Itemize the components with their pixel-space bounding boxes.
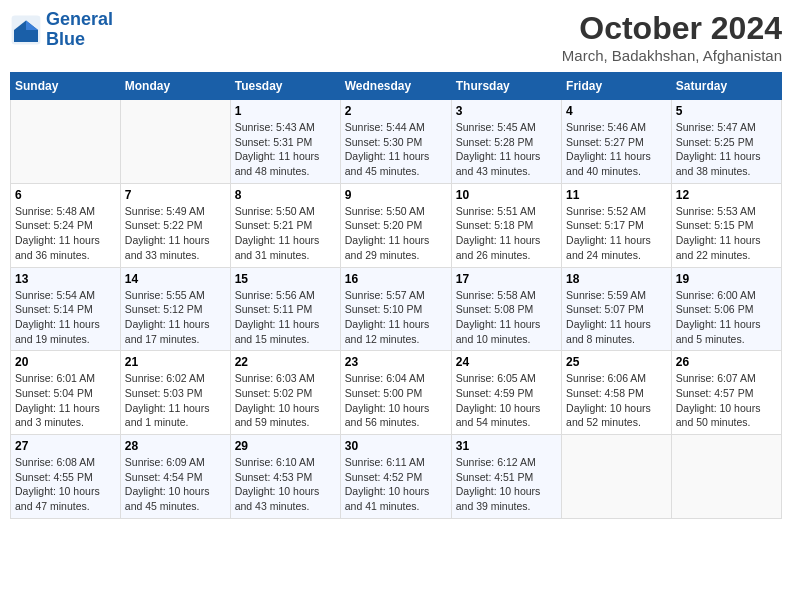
calendar-cell: 23 Sunrise: 6:04 AM Sunset: 5:00 PM Dayl… [340,351,451,435]
day-number: 20 [15,355,116,369]
cell-content: Sunrise: 5:52 AM Sunset: 5:17 PM Dayligh… [566,204,667,263]
daylight-text: Daylight: 11 hours and 10 minutes. [456,317,557,346]
calendar-cell: 14 Sunrise: 5:55 AM Sunset: 5:12 PM Dayl… [120,267,230,351]
sunrise-text: Sunrise: 5:51 AM [456,204,557,219]
calendar-cell: 16 Sunrise: 5:57 AM Sunset: 5:10 PM Dayl… [340,267,451,351]
cell-content: Sunrise: 6:10 AM Sunset: 4:53 PM Dayligh… [235,455,336,514]
cell-content: Sunrise: 6:12 AM Sunset: 4:51 PM Dayligh… [456,455,557,514]
daylight-text: Daylight: 11 hours and 45 minutes. [345,149,447,178]
sunset-text: Sunset: 4:51 PM [456,470,557,485]
sunrise-text: Sunrise: 6:07 AM [676,371,777,386]
sunset-text: Sunset: 4:58 PM [566,386,667,401]
sunset-text: Sunset: 5:14 PM [15,302,116,317]
day-header-sunday: Sunday [11,73,121,100]
sunrise-text: Sunrise: 6:01 AM [15,371,116,386]
daylight-text: Daylight: 11 hours and 1 minute. [125,401,226,430]
page-header: General Blue October 2024 March, Badakhs… [10,10,782,64]
month-title: October 2024 [562,10,782,47]
cell-content: Sunrise: 6:00 AM Sunset: 5:06 PM Dayligh… [676,288,777,347]
sunrise-text: Sunrise: 6:04 AM [345,371,447,386]
daylight-text: Daylight: 11 hours and 12 minutes. [345,317,447,346]
sunrise-text: Sunrise: 5:47 AM [676,120,777,135]
cell-content: Sunrise: 6:02 AM Sunset: 5:03 PM Dayligh… [125,371,226,430]
day-number: 16 [345,272,447,286]
sunset-text: Sunset: 5:00 PM [345,386,447,401]
calendar-cell: 13 Sunrise: 5:54 AM Sunset: 5:14 PM Dayl… [11,267,121,351]
calendar-cell: 10 Sunrise: 5:51 AM Sunset: 5:18 PM Dayl… [451,183,561,267]
sunset-text: Sunset: 5:25 PM [676,135,777,150]
daylight-text: Daylight: 11 hours and 40 minutes. [566,149,667,178]
cell-content: Sunrise: 5:49 AM Sunset: 5:22 PM Dayligh… [125,204,226,263]
daylight-text: Daylight: 10 hours and 54 minutes. [456,401,557,430]
cell-content: Sunrise: 5:55 AM Sunset: 5:12 PM Dayligh… [125,288,226,347]
calendar-cell: 19 Sunrise: 6:00 AM Sunset: 5:06 PM Dayl… [671,267,781,351]
day-number: 19 [676,272,777,286]
week-row-3: 13 Sunrise: 5:54 AM Sunset: 5:14 PM Dayl… [11,267,782,351]
cell-content: Sunrise: 5:57 AM Sunset: 5:10 PM Dayligh… [345,288,447,347]
cell-content: Sunrise: 5:58 AM Sunset: 5:08 PM Dayligh… [456,288,557,347]
sunrise-text: Sunrise: 5:49 AM [125,204,226,219]
cell-content: Sunrise: 6:01 AM Sunset: 5:04 PM Dayligh… [15,371,116,430]
sunset-text: Sunset: 4:57 PM [676,386,777,401]
week-row-2: 6 Sunrise: 5:48 AM Sunset: 5:24 PM Dayli… [11,183,782,267]
calendar-cell: 9 Sunrise: 5:50 AM Sunset: 5:20 PM Dayli… [340,183,451,267]
day-number: 18 [566,272,667,286]
calendar-cell: 20 Sunrise: 6:01 AM Sunset: 5:04 PM Dayl… [11,351,121,435]
sunset-text: Sunset: 5:02 PM [235,386,336,401]
sunset-text: Sunset: 4:54 PM [125,470,226,485]
day-number: 7 [125,188,226,202]
sunrise-text: Sunrise: 5:50 AM [345,204,447,219]
sunrise-text: Sunrise: 5:52 AM [566,204,667,219]
day-number: 4 [566,104,667,118]
sunset-text: Sunset: 5:08 PM [456,302,557,317]
daylight-text: Daylight: 11 hours and 17 minutes. [125,317,226,346]
calendar-cell: 24 Sunrise: 6:05 AM Sunset: 4:59 PM Dayl… [451,351,561,435]
day-header-tuesday: Tuesday [230,73,340,100]
location-subtitle: March, Badakhshan, Afghanistan [562,47,782,64]
logo: General Blue [10,10,113,50]
day-number: 14 [125,272,226,286]
cell-content: Sunrise: 6:04 AM Sunset: 5:00 PM Dayligh… [345,371,447,430]
sunset-text: Sunset: 5:17 PM [566,218,667,233]
calendar-cell: 7 Sunrise: 5:49 AM Sunset: 5:22 PM Dayli… [120,183,230,267]
day-number: 12 [676,188,777,202]
sunrise-text: Sunrise: 6:12 AM [456,455,557,470]
header-row: SundayMondayTuesdayWednesdayThursdayFrid… [11,73,782,100]
daylight-text: Daylight: 11 hours and 36 minutes. [15,233,116,262]
calendar-cell: 18 Sunrise: 5:59 AM Sunset: 5:07 PM Dayl… [562,267,672,351]
calendar-cell: 26 Sunrise: 6:07 AM Sunset: 4:57 PM Dayl… [671,351,781,435]
daylight-text: Daylight: 11 hours and 3 minutes. [15,401,116,430]
day-number: 8 [235,188,336,202]
calendar-cell: 22 Sunrise: 6:03 AM Sunset: 5:02 PM Dayl… [230,351,340,435]
cell-content: Sunrise: 5:51 AM Sunset: 5:18 PM Dayligh… [456,204,557,263]
day-number: 2 [345,104,447,118]
sunset-text: Sunset: 4:59 PM [456,386,557,401]
day-number: 6 [15,188,116,202]
day-header-saturday: Saturday [671,73,781,100]
cell-content: Sunrise: 5:53 AM Sunset: 5:15 PM Dayligh… [676,204,777,263]
cell-content: Sunrise: 5:45 AM Sunset: 5:28 PM Dayligh… [456,120,557,179]
day-number: 23 [345,355,447,369]
calendar-cell [11,100,121,184]
daylight-text: Daylight: 10 hours and 43 minutes. [235,484,336,513]
week-row-5: 27 Sunrise: 6:08 AM Sunset: 4:55 PM Dayl… [11,435,782,519]
day-number: 28 [125,439,226,453]
day-number: 24 [456,355,557,369]
sunrise-text: Sunrise: 5:48 AM [15,204,116,219]
day-number: 30 [345,439,447,453]
calendar-cell: 11 Sunrise: 5:52 AM Sunset: 5:17 PM Dayl… [562,183,672,267]
daylight-text: Daylight: 10 hours and 41 minutes. [345,484,447,513]
cell-content: Sunrise: 5:59 AM Sunset: 5:07 PM Dayligh… [566,288,667,347]
daylight-text: Daylight: 11 hours and 24 minutes. [566,233,667,262]
sunrise-text: Sunrise: 5:46 AM [566,120,667,135]
week-row-4: 20 Sunrise: 6:01 AM Sunset: 5:04 PM Dayl… [11,351,782,435]
calendar-cell: 17 Sunrise: 5:58 AM Sunset: 5:08 PM Dayl… [451,267,561,351]
daylight-text: Daylight: 11 hours and 15 minutes. [235,317,336,346]
logo-text: General Blue [46,10,113,50]
sunset-text: Sunset: 5:31 PM [235,135,336,150]
day-number: 29 [235,439,336,453]
calendar-cell: 30 Sunrise: 6:11 AM Sunset: 4:52 PM Dayl… [340,435,451,519]
calendar-cell: 4 Sunrise: 5:46 AM Sunset: 5:27 PM Dayli… [562,100,672,184]
sunrise-text: Sunrise: 6:03 AM [235,371,336,386]
sunset-text: Sunset: 5:21 PM [235,218,336,233]
